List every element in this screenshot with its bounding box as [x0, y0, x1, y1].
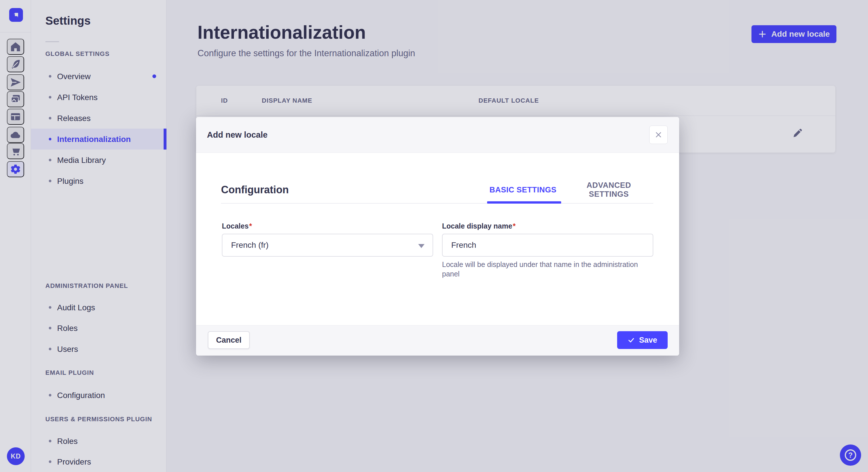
locale-display-name-input[interactable] [442, 234, 653, 257]
required-asterisk: * [513, 222, 516, 230]
tab-basic-settings[interactable]: BASIC SETTINGS [489, 186, 557, 194]
modal-footer: Cancel Save [196, 325, 679, 356]
locales-select-value: French (fr) [231, 241, 269, 250]
close-icon[interactable] [649, 126, 668, 144]
required-asterisk: * [249, 222, 252, 230]
save-button[interactable]: Save [617, 331, 668, 349]
cancel-button[interactable]: Cancel [208, 331, 250, 349]
modal-header: Add new locale [196, 117, 679, 153]
check-icon [627, 336, 635, 344]
tabs-divider [221, 203, 653, 204]
locales-select[interactable]: French (fr) [222, 234, 433, 257]
add-new-locale-modal: Add new locale Configuration BASIC SETTI… [196, 117, 679, 356]
chevron-down-icon [418, 244, 425, 248]
modal-title: Add new locale [207, 130, 268, 140]
tab-advanced-settings[interactable]: ADVANCED SETTINGS [574, 181, 644, 199]
display-name-helper-text: Locale will be displayed under that name… [442, 260, 655, 279]
display-name-label: Locale display name* [442, 222, 516, 230]
locales-label: Locales* [222, 222, 252, 230]
modal-section-title: Configuration [221, 184, 289, 196]
active-tab-underline [487, 201, 561, 204]
